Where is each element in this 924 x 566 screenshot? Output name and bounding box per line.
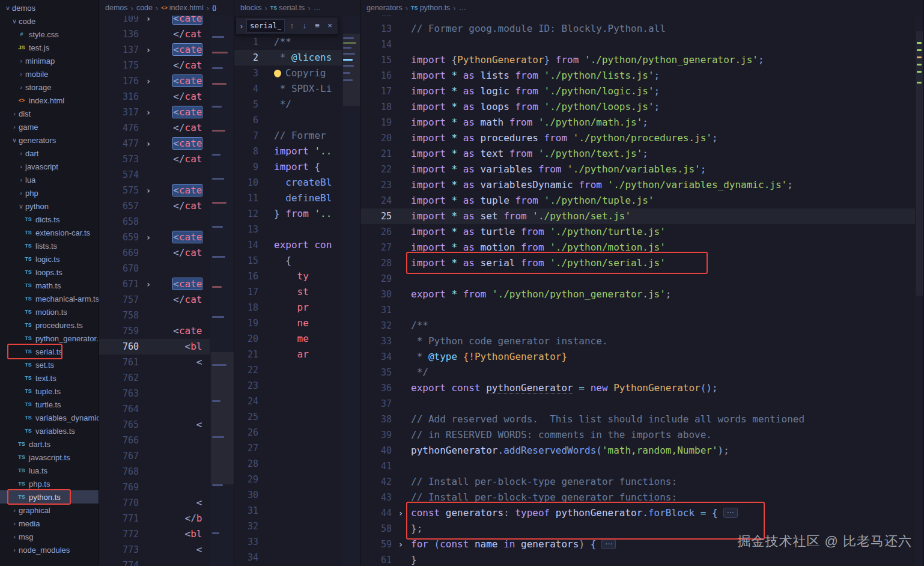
- line-number[interactable]: 659: [99, 230, 141, 245]
- breadcrumb-item[interactable]: …: [314, 4, 321, 12]
- code-line-176[interactable]: 176› <cate: [99, 73, 210, 89]
- code-line-33[interactable]: 33 * Python code generator instance.: [360, 333, 915, 349]
- code-line-5[interactable]: 5 */: [234, 97, 342, 112]
- tree-item-tuple-ts[interactable]: TStuple.ts: [0, 385, 99, 398]
- tree-item-dart-ts[interactable]: TSdart.ts: [0, 437, 99, 451]
- line-number[interactable]: 774: [99, 558, 141, 566]
- code-line-772[interactable]: 772 <bl: [99, 526, 210, 542]
- code-line-12[interactable]: 12} from '..: [234, 206, 342, 222]
- line-number[interactable]: 766: [99, 433, 141, 448]
- line-number[interactable]: 42: [360, 474, 394, 490]
- line-number[interactable]: 29: [234, 472, 261, 487]
- code-line-42[interactable]: 42// Install per-block-type generator fu…: [360, 474, 915, 490]
- chevron-right-icon[interactable]: ›: [10, 110, 19, 117]
- tree-item-loops-ts[interactable]: TSloops.ts: [0, 266, 99, 279]
- code-line-19[interactable]: 19import * as math from './python/math.j…: [360, 115, 915, 130]
- code-line-136[interactable]: 136 </cat: [99, 26, 210, 42]
- line-number[interactable]: 35: [360, 365, 394, 380]
- line-number[interactable]: 136: [99, 26, 141, 42]
- chevron-right-icon[interactable]: ›: [17, 150, 25, 157]
- code-line-770[interactable]: 770 <: [99, 495, 210, 511]
- tree-item-php[interactable]: ›php: [0, 186, 99, 199]
- line-number[interactable]: 19: [360, 115, 394, 130]
- line-number[interactable]: 175: [99, 58, 141, 73]
- line-number[interactable]: 758: [99, 308, 141, 323]
- line-number[interactable]: 40: [360, 443, 394, 458]
- code-line-26[interactable]: 26: [234, 425, 342, 440]
- tree-item-motion-ts[interactable]: TSmotion.ts: [0, 305, 99, 318]
- tree-item-storage[interactable]: ›storage: [0, 81, 99, 94]
- tree-item-python-ts[interactable]: TSpython.ts: [0, 490, 99, 504]
- tree-item-generators[interactable]: ∨generators: [0, 133, 99, 147]
- tree-item-python-generator-ts[interactable]: TSpython_generator.ts: [0, 332, 99, 345]
- line-number[interactable]: 1: [234, 34, 261, 50]
- line-number[interactable]: 22: [360, 162, 394, 177]
- fold-chevron-icon[interactable]: ›: [141, 183, 156, 198]
- code-line-15[interactable]: 15import {PythonGenerator} from './pytho…: [360, 52, 915, 68]
- code-line-16[interactable]: 16 ty: [234, 269, 342, 284]
- code-line-32[interactable]: 32: [234, 519, 342, 534]
- line-number[interactable]: 8: [234, 144, 261, 159]
- tree-item-extension-car-ts[interactable]: TSextension-car.ts: [0, 226, 99, 239]
- chevron-right-icon[interactable]: ›: [17, 70, 25, 78]
- line-number[interactable]: 23: [234, 378, 261, 394]
- code-editor-serial-ts[interactable]: 1/**2 * @licens3Copyrig4 * SPDX-Li5 */67…: [234, 34, 342, 566]
- line-number[interactable]: 20: [360, 130, 394, 146]
- chevron-right-icon[interactable]: ›: [10, 507, 19, 514]
- tree-item-index-html[interactable]: <>index.html: [0, 94, 99, 107]
- line-number[interactable]: 33: [360, 333, 394, 349]
- code-line-24[interactable]: 24import * as tuple from './python/tuple…: [360, 193, 915, 208]
- line-number[interactable]: 772: [99, 526, 141, 542]
- line-number[interactable]: 37: [360, 396, 394, 412]
- line-number[interactable]: 16: [234, 269, 261, 284]
- line-number[interactable]: 28: [360, 255, 394, 271]
- code-line-658[interactable]: 658: [99, 214, 210, 230]
- code-line-12[interactable]: 12: [360, 16, 915, 21]
- code-line-36[interactable]: 36export const pythonGenerator = new Pyt…: [360, 380, 915, 396]
- tree-item-graphical[interactable]: ›graphical: [0, 504, 99, 517]
- breadcrumb-item[interactable]: code: [136, 4, 153, 12]
- tree-item-lua[interactable]: ›lua: [0, 173, 99, 186]
- code-line-575[interactable]: 575› <cate: [99, 183, 210, 198]
- code-line-17[interactable]: 17import * as logic from './python/logic…: [360, 84, 915, 99]
- fold-chevron-icon[interactable]: ›: [141, 136, 156, 151]
- chevron-right-icon[interactable]: ›: [17, 163, 25, 170]
- line-number[interactable]: 59: [360, 537, 394, 552]
- chevron-down-icon[interactable]: ∨: [4, 4, 12, 12]
- tree-item-test-js[interactable]: JStest.js: [0, 41, 99, 54]
- code-line-21[interactable]: 21 ar: [234, 347, 342, 362]
- line-number[interactable]: 26: [360, 224, 394, 240]
- line-number[interactable]: 759: [99, 323, 141, 339]
- line-number[interactable]: 137: [99, 42, 141, 58]
- line-number[interactable]: 763: [99, 386, 141, 401]
- chevron-right-icon[interactable]: ›: [17, 176, 25, 183]
- code-line-22[interactable]: 22: [234, 362, 342, 378]
- line-number[interactable]: 13: [234, 222, 261, 237]
- code-line-10[interactable]: 10 createBl: [234, 175, 342, 190]
- code-line-769[interactable]: 769: [99, 479, 210, 495]
- code-line-109[interactable]: 109› <cate: [99, 16, 210, 26]
- code-line-29[interactable]: 29: [360, 271, 915, 287]
- line-number[interactable]: 20: [234, 331, 261, 347]
- code-line-25[interactable]: 25: [234, 409, 342, 425]
- code-line-13[interactable]: 13: [234, 222, 342, 237]
- find-input[interactable]: serial: [246, 19, 285, 32]
- code-line-758[interactable]: 758: [99, 308, 210, 323]
- code-line-61[interactable]: 61}: [360, 552, 915, 566]
- tree-item-media[interactable]: ›media: [0, 517, 99, 530]
- tree-item-set-ts[interactable]: TSset.ts: [0, 358, 99, 371]
- tree-item-variables-dynamic-ts[interactable]: TSvariables_dynamic.ts: [0, 411, 99, 424]
- breadcrumb-item[interactable]: serial.ts: [279, 4, 305, 12]
- code-line-9[interactable]: 9import {: [234, 159, 342, 175]
- code-line-29[interactable]: 29: [234, 472, 342, 487]
- line-number[interactable]: 38: [360, 412, 394, 427]
- tree-item-turtle-ts[interactable]: TSturtle.ts: [0, 398, 99, 411]
- code-line-20[interactable]: 20import * as procedures from './python/…: [360, 130, 915, 146]
- code-line-18[interactable]: 18import * as loops from './python/loops…: [360, 99, 915, 115]
- code-line-26[interactable]: 26import * as turtle from './python/turt…: [360, 224, 915, 240]
- code-line-19[interactable]: 19 ne: [234, 315, 342, 331]
- line-number[interactable]: 28: [234, 456, 261, 472]
- code-line-773[interactable]: 773 <: [99, 542, 210, 558]
- line-number[interactable]: 658: [99, 214, 141, 230]
- breadcrumb-item[interactable]: demos: [105, 4, 128, 12]
